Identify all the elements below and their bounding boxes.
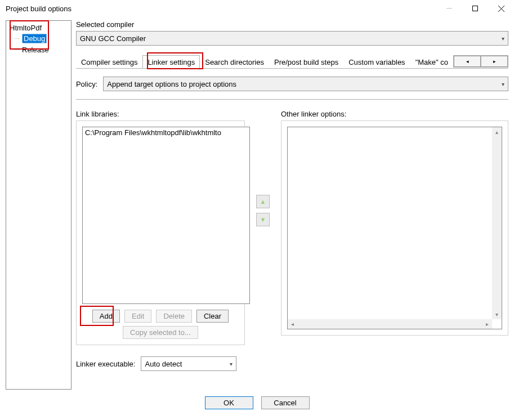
scroll-down-icon: ▾ — [492, 310, 502, 319]
other-linker-textarea[interactable]: ▴ ▾ ◂ ▸ — [287, 127, 502, 329]
copy-selected-button: Copy selected to... — [123, 326, 198, 339]
chevron-down-icon: ▾ — [502, 81, 504, 87]
other-linker-group: Other linker options: ▴ ▾ ◂ ▸ — [281, 110, 508, 345]
move-down-button[interactable]: ▼ — [256, 213, 270, 226]
tree-item-release[interactable]: ⋯ Release — [13, 44, 70, 55]
tab-search-directories[interactable]: Search directories — [200, 55, 269, 68]
vertical-scrollbar[interactable]: ▴ ▾ — [492, 127, 502, 319]
tab-scroll-left-button[interactable]: ◂ — [454, 56, 481, 67]
delete-button: Delete — [156, 310, 192, 323]
reorder-arrows: ▲ ▼ — [256, 76, 270, 345]
move-up-button[interactable]: ▲ — [256, 195, 270, 208]
add-button[interactable]: Add — [92, 310, 120, 323]
tree-connector-icon: ⋯ — [14, 35, 20, 42]
maximize-button[interactable] — [462, 0, 488, 17]
target-tree[interactable]: HtmltoPdf ⋯ Debug ⋯ Release — [6, 20, 71, 390]
list-item[interactable]: C:\Program Files\wkhtmltopdf\lib\wkhtmlt… — [85, 128, 247, 137]
close-button[interactable] — [488, 0, 514, 17]
minimize-button[interactable] — [436, 0, 462, 17]
tree-item-debug[interactable]: ⋯ Debug — [13, 33, 70, 44]
link-libraries-label: Link libraries: — [76, 110, 245, 118]
tab-make-commands[interactable]: "Make" co — [410, 55, 453, 68]
tab-scroll-right-button[interactable]: ▸ — [481, 56, 508, 67]
window-title: Project build options — [6, 5, 71, 13]
linker-exec-combo[interactable]: Auto detect ▾ — [141, 356, 236, 371]
selected-compiler-label: Selected compiler — [76, 20, 508, 29]
edit-button: Edit — [124, 310, 151, 323]
tab-scroll: ◂ ▸ — [453, 55, 508, 68]
tab-pre-post-build[interactable]: Pre/post build steps — [269, 55, 343, 68]
link-libraries-list[interactable]: C:\Program Files\wkhtmltopdf\lib\wkhtmlt… — [82, 127, 250, 304]
tree-connector-icon: ⋯ — [14, 47, 20, 53]
scroll-up-icon: ▴ — [492, 127, 502, 137]
policy-label: Policy: — [76, 80, 97, 88]
tab-custom-variables[interactable]: Custom variables — [343, 55, 410, 68]
right-pane: Selected compiler GNU GCC Compiler ▾ Com… — [76, 20, 508, 390]
chevron-down-icon: ▾ — [230, 361, 233, 367]
cancel-button[interactable]: Cancel — [261, 396, 310, 409]
scroll-right-icon: ▸ — [482, 319, 492, 329]
dialog-footer: OK Cancel — [0, 390, 514, 416]
scroll-left-icon: ◂ — [288, 319, 297, 329]
tab-linker-settings[interactable]: Linker settings — [142, 55, 200, 68]
policy-combo[interactable]: Append target options to project options… — [103, 77, 508, 91]
chevron-down-icon: ▾ — [502, 35, 504, 42]
linker-exec-label: Linker executable: — [76, 360, 136, 368]
other-linker-label: Other linker options: — [281, 110, 508, 118]
horizontal-scrollbar[interactable]: ◂ ▸ — [288, 319, 492, 329]
window-controls — [436, 0, 514, 17]
clear-button[interactable]: Clear — [196, 310, 229, 323]
selected-compiler-combo[interactable]: GNU GCC Compiler ▾ — [76, 31, 508, 46]
title-bar: Project build options — [0, 0, 514, 17]
tab-compiler-settings[interactable]: Compiler settings — [76, 55, 142, 68]
ok-button[interactable]: OK — [205, 396, 253, 409]
tab-bar: Compiler settings Linker settings Search… — [76, 55, 508, 69]
svg-rect-1 — [473, 6, 478, 11]
link-libraries-group: Link libraries: C:\Program Files\wkhtmlt… — [76, 110, 245, 345]
tree-root[interactable]: HtmltoPdf — [7, 23, 70, 33]
